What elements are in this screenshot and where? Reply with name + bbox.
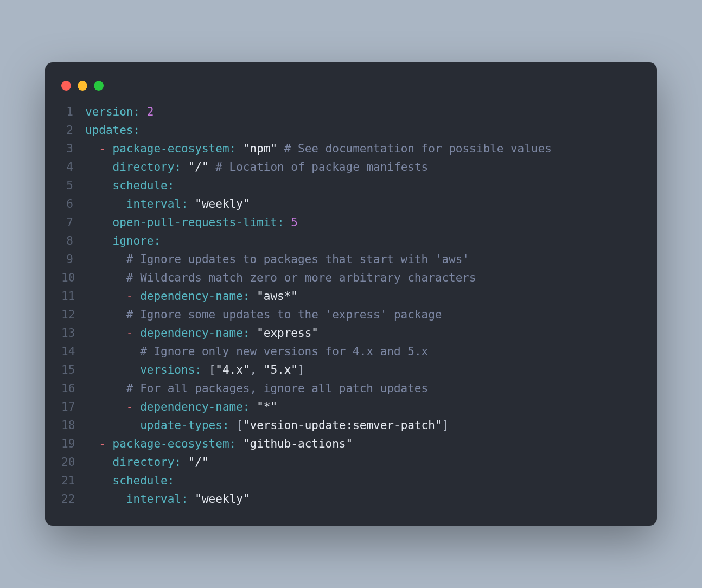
token-comment: # Location of package manifests xyxy=(215,161,428,174)
token-ws xyxy=(85,474,113,487)
token-ws xyxy=(106,142,113,155)
code-line: 19 - package-ecosystem: "github-actions" xyxy=(61,434,641,453)
token-punct: : xyxy=(243,400,250,413)
code-line: 11 - dependency-name: "aws*" xyxy=(61,287,641,305)
token-punct: : xyxy=(243,290,250,303)
token-key: dependency-name xyxy=(140,400,243,413)
token-ws xyxy=(188,493,195,506)
line-number: 18 xyxy=(61,416,85,434)
token-ws xyxy=(250,290,257,303)
token-ws xyxy=(85,216,113,229)
token-ws xyxy=(85,493,126,506)
token-ws xyxy=(85,271,126,284)
token-ws xyxy=(106,437,113,450)
token-comment: # For all packages, ignore all patch upd… xyxy=(126,382,428,395)
token-key: package-ecosystem xyxy=(113,142,229,155)
code-content: # For all packages, ignore all patch upd… xyxy=(85,379,641,398)
token-punct: : xyxy=(229,142,237,155)
editor-window: 1version: 22updates:3 - package-ecosyste… xyxy=(45,62,657,526)
token-punct: : xyxy=(133,105,141,118)
line-number: 5 xyxy=(61,176,85,195)
code-line: 22 interval: "weekly" xyxy=(61,490,641,508)
token-ws xyxy=(85,345,140,358)
line-number: 13 xyxy=(61,324,85,342)
token-punct: : xyxy=(181,197,188,210)
code-content: # Ignore some updates to the 'express' p… xyxy=(85,305,641,324)
token-key: schedule xyxy=(113,179,168,192)
token-ws xyxy=(284,216,291,229)
line-number: 14 xyxy=(61,342,85,361)
code-content: schedule: xyxy=(85,471,641,490)
code-editor[interactable]: 1version: 22updates:3 - package-ecosyste… xyxy=(45,103,657,508)
token-str: "*" xyxy=(257,400,277,413)
code-line: 4 directory: "/" # Location of package m… xyxy=(61,158,641,176)
code-line: 20 directory: "/" xyxy=(61,453,641,471)
code-line: 17 - dependency-name: "*" xyxy=(61,398,641,416)
token-dash: - xyxy=(99,142,106,155)
code-line: 9 # Ignore updates to packages that star… xyxy=(61,250,641,269)
token-ws xyxy=(188,197,195,210)
line-number: 8 xyxy=(61,232,85,250)
code-line: 12 # Ignore some updates to the 'express… xyxy=(61,305,641,324)
token-str: "weekly" xyxy=(195,197,250,210)
token-key: interval xyxy=(126,493,181,506)
token-punct: : xyxy=(168,474,175,487)
token-key: package-ecosystem xyxy=(113,437,229,450)
code-line: 7 open-pull-requests-limit: 5 xyxy=(61,213,641,232)
code-content: - dependency-name: "aws*" xyxy=(85,287,641,305)
token-ws xyxy=(133,327,141,340)
token-ws xyxy=(85,290,126,303)
token-str: "github-actions" xyxy=(243,437,353,450)
code-content: open-pull-requests-limit: 5 xyxy=(85,213,641,232)
close-icon[interactable] xyxy=(61,81,71,91)
token-ws xyxy=(85,400,126,413)
token-ws xyxy=(250,327,257,340)
code-line: 2updates: xyxy=(61,121,641,139)
code-content: # Ignore only new versions for 4.x and 5… xyxy=(85,342,641,361)
code-content: - package-ecosystem: "github-actions" xyxy=(85,434,641,453)
token-ws xyxy=(236,437,243,450)
token-str: "4.x" xyxy=(215,363,250,376)
token-punct: : xyxy=(154,234,161,247)
code-line: 15 versions: ["4.x", "5.x"] xyxy=(61,361,641,379)
code-content: interval: "weekly" xyxy=(85,490,641,508)
token-ws xyxy=(181,161,188,174)
code-content: interval: "weekly" xyxy=(85,195,641,213)
code-content: - package-ecosystem: "npm" # See documen… xyxy=(85,139,641,158)
zoom-icon[interactable] xyxy=(94,81,104,91)
minimize-icon[interactable] xyxy=(78,81,87,91)
token-ws xyxy=(202,363,209,376)
line-number: 6 xyxy=(61,195,85,213)
line-number: 20 xyxy=(61,453,85,471)
token-str: "aws*" xyxy=(257,290,298,303)
code-line: 3 - package-ecosystem: "npm" # See docum… xyxy=(61,139,641,158)
token-ws xyxy=(250,400,257,413)
token-key: schedule xyxy=(113,474,168,487)
code-line: 6 interval: "weekly" xyxy=(61,195,641,213)
token-ws xyxy=(85,161,113,174)
token-key: updates xyxy=(85,124,133,137)
token-ws xyxy=(85,419,140,432)
token-dash: - xyxy=(126,290,133,303)
token-ws xyxy=(85,179,113,192)
code-line: 14 # Ignore only new versions for 4.x an… xyxy=(61,342,641,361)
line-number: 22 xyxy=(61,490,85,508)
token-key: open-pull-requests-limit xyxy=(113,216,277,229)
token-str: "5.x" xyxy=(264,363,298,376)
code-line: 8 ignore: xyxy=(61,232,641,250)
token-comment: # Ignore updates to packages that start … xyxy=(126,253,469,266)
token-key: dependency-name xyxy=(140,290,243,303)
token-key: directory xyxy=(113,161,175,174)
code-line: 13 - dependency-name: "express" xyxy=(61,324,641,342)
token-sep: [ xyxy=(209,363,216,376)
token-ws xyxy=(85,327,126,340)
token-punct: : xyxy=(243,327,250,340)
line-number: 15 xyxy=(61,361,85,379)
token-ws xyxy=(277,142,284,155)
token-comment: # Ignore some updates to the 'express' p… xyxy=(126,308,442,321)
token-ws xyxy=(133,400,141,413)
line-number: 19 xyxy=(61,434,85,453)
token-ws xyxy=(85,363,140,376)
token-ws xyxy=(140,105,147,118)
token-ws xyxy=(181,456,188,469)
